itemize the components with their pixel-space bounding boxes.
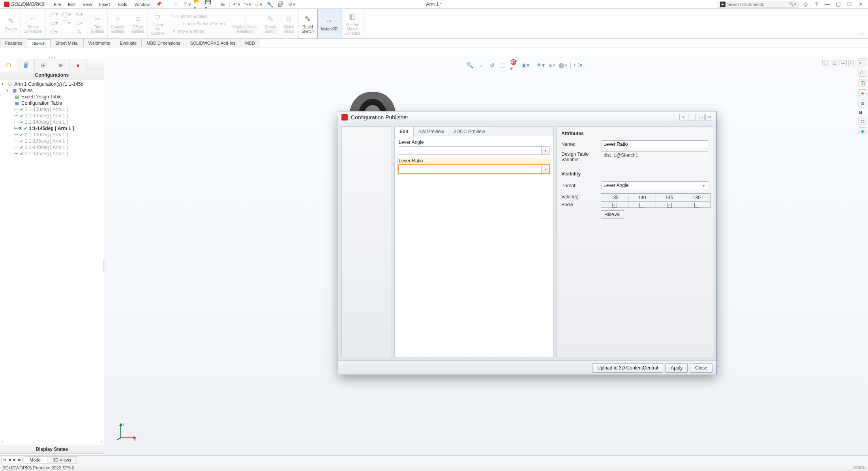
tree-excel-table[interactable]: ▦Excel Design Table	[1, 94, 103, 100]
tab-first-icon[interactable]: ⏮	[2, 457, 7, 463]
panel-hscroll[interactable]: ‹›	[0, 438, 104, 445]
maximize-icon[interactable]: ❐	[845, 1, 854, 8]
user-icon[interactable]: ◎	[801, 1, 810, 8]
dialog-close-icon[interactable]: ✕	[705, 114, 713, 121]
field-dropdown[interactable]: ▾	[399, 165, 549, 173]
home-icon[interactable]: ⌂	[171, 1, 180, 8]
rebuild-icon[interactable]: 🔧	[265, 1, 274, 8]
dialog-tab-edit[interactable]: Edit	[395, 127, 414, 136]
tab-weldments[interactable]: Weldments	[83, 39, 115, 47]
ribbon-sketch[interactable]: ✎Sketch	[2, 9, 21, 38]
ribbon-instant2d[interactable]: ↔Instant2D	[317, 9, 341, 38]
ribbon-repair[interactable]: ✎Repair Sketch	[261, 9, 280, 38]
tab-sketch[interactable]: Sketch	[27, 39, 51, 47]
ribbon-quick-snaps[interactable]: ⊙Quick Snaps	[280, 9, 298, 38]
parent-dropdown[interactable]: Lever Angle▾	[602, 181, 708, 190]
select-icon[interactable]: ▭▾	[254, 1, 263, 8]
tab-features[interactable]: Features	[0, 39, 27, 47]
pin-menu-icon[interactable]: 📌	[156, 1, 162, 8]
taskpane-view-icon[interactable]: ◫	[859, 79, 866, 87]
ribbon-move[interactable]: ✥Move Entities	[172, 28, 225, 34]
tree-root[interactable]: ▾⛁Arm 1 Configuration(s) (1:1-145d	[1, 81, 103, 87]
apply-button[interactable]: Apply	[666, 363, 688, 373]
doc-minimize-icon[interactable]: —	[840, 60, 847, 66]
file-props-icon[interactable]: 🗐	[276, 1, 285, 8]
bottom-tab-model[interactable]: Model	[24, 456, 47, 463]
open-icon[interactable]: 📂▾	[193, 1, 202, 8]
search-input[interactable]	[727, 2, 789, 7]
undo-icon[interactable]: ↶▾	[232, 1, 241, 8]
menu-window[interactable]: Window	[131, 1, 153, 8]
tab-prev-icon[interactable]: ◀	[7, 457, 12, 463]
prev-view-icon[interactable]: ↺	[488, 61, 497, 69]
field-lever-angle[interactable]: Lever Angle ▾	[399, 139, 549, 155]
panel-grip[interactable]	[0, 56, 104, 59]
ribbon-trim[interactable]: ✂Trim Entities	[88, 9, 108, 38]
tree-config-4[interactable]: ⊢✓2:1-130deg [ Arm 1 ]	[1, 132, 103, 138]
bottom-tab-3dviews[interactable]: 3D Views	[47, 456, 77, 463]
doc-max-icon[interactable]: ❐	[848, 60, 855, 66]
chevron-down-icon[interactable]: ▾	[541, 165, 549, 173]
options-icon[interactable]: ⚙▾	[287, 1, 296, 8]
taskpane-forum-icon[interactable]: ☷	[859, 117, 866, 125]
ribbon-shaded[interactable]: ◧Shaded Sketch Contours	[341, 9, 364, 38]
dialog-minimize-icon[interactable]: —	[688, 114, 696, 121]
view-settings-icon[interactable]: 🖵▾	[574, 61, 583, 69]
tab-evaluate[interactable]: Evaluate	[115, 39, 142, 47]
dialog-form-canvas[interactable]: Lever Angle ▾ Lever Ratio ▾	[394, 136, 554, 357]
scroll-left-icon[interactable]: ‹	[2, 439, 3, 444]
ribbon-display-delete[interactable]: ⊥Display/Delete Relations	[229, 9, 261, 38]
taskpane-custom-icon[interactable]: ≡	[859, 100, 866, 107]
upload-button[interactable]: Upload to 3D ContentCentral	[592, 363, 663, 373]
tab-mbd-dimensions[interactable]: MBD Dimensions	[141, 39, 185, 47]
restore-icon[interactable]: ▢	[834, 1, 843, 8]
ribbon-linear-pattern[interactable]: ⋮⋮Linear Sketch Pattern	[172, 21, 225, 26]
orientation-triad[interactable]: y x	[117, 421, 137, 442]
tab-sheet-metal[interactable]: Sheet Metal	[50, 39, 84, 47]
field-lever-ratio-selected[interactable]: Lever Ratio ▾	[397, 157, 551, 175]
tab-addins[interactable]: SOLIDWORKS Add-Ins	[185, 39, 240, 47]
minimize-icon[interactable]: —	[823, 1, 832, 8]
text-icon[interactable]: A	[74, 28, 84, 35]
save-icon[interactable]: 💾▾	[204, 1, 213, 8]
chevron-down-icon[interactable]: ▾	[541, 147, 549, 154]
feature-tree-tab-icon[interactable]: 🗐	[17, 59, 35, 71]
chevron-down-icon[interactable]: ▾	[700, 182, 708, 190]
ribbon-offset[interactable]: ⊂Offset Entities	[128, 9, 148, 38]
dialog-palette[interactable]	[341, 126, 392, 357]
tree-config-7[interactable]: ⊢✓2:1-145deg [ Arm 1 ]	[1, 151, 103, 157]
dialog-titlebar[interactable]: Configuration Publisher ? — ▢ ✕	[338, 111, 716, 123]
field-dropdown[interactable]: ▾	[399, 146, 549, 155]
tree-config-table[interactable]: ▦Configuration Table	[1, 100, 103, 106]
dialog-tab-3dcc-preview[interactable]: 3DCC Preview	[449, 127, 490, 136]
show-checkbox[interactable]: ✓	[667, 203, 672, 207]
menu-tools[interactable]: Tools	[114, 1, 130, 8]
zoom-fit-icon[interactable]: 🔍	[466, 61, 474, 69]
view-orient-icon[interactable]: 🎯▾	[510, 61, 519, 69]
dialog-maximize-icon[interactable]: ▢	[697, 114, 705, 121]
line-icon[interactable]: ／▾	[49, 11, 59, 18]
display-style-icon[interactable]: ▣▾	[521, 61, 530, 69]
menu-file[interactable]: File	[51, 1, 64, 8]
ribbon-mirror[interactable]: ▷◁Mirror Entities	[172, 13, 225, 19]
taskpane-cloud-icon[interactable]: ◉	[859, 127, 866, 135]
close-icon[interactable]: ✕	[856, 1, 865, 8]
value-cell[interactable]: 140	[628, 194, 656, 202]
tab-next-icon[interactable]: ▶	[12, 457, 17, 463]
tree-config-6[interactable]: ⊢✓2:1-140deg [ Arm 1 ]	[1, 144, 103, 151]
ribbon-smart-dimension[interactable]: ↔Smart Dimension	[21, 9, 46, 38]
polygon-icon[interactable]: ⬡▾	[49, 28, 59, 35]
doc-restore-icon[interactable]: ▢	[831, 60, 838, 66]
taskpane-library-icon[interactable]: 🗀	[859, 69, 866, 77]
caret-icon[interactable]: ▾	[6, 89, 10, 92]
hide-show-icon[interactable]: 👁▾	[536, 61, 545, 69]
edit-appearance-icon[interactable]: ◆▾	[547, 61, 556, 69]
hide-all-button[interactable]: Hide All	[601, 210, 624, 219]
tree-config-5[interactable]: ⊢✓2:1-135deg [ Arm 1 ]	[1, 138, 103, 144]
section-icon[interactable]: ◫	[499, 61, 508, 69]
tree-config-2[interactable]: ⊢✓1:1-140deg [ Arm 1 ]	[1, 119, 103, 125]
show-checkbox[interactable]: ✓	[639, 203, 644, 207]
tab-last-icon[interactable]: ⏭	[17, 457, 22, 463]
rect-icon[interactable]: ▭▾	[49, 20, 59, 26]
tree-config-0[interactable]: ⊢✓1:1-130deg [ Arm 1 ]	[1, 106, 103, 113]
